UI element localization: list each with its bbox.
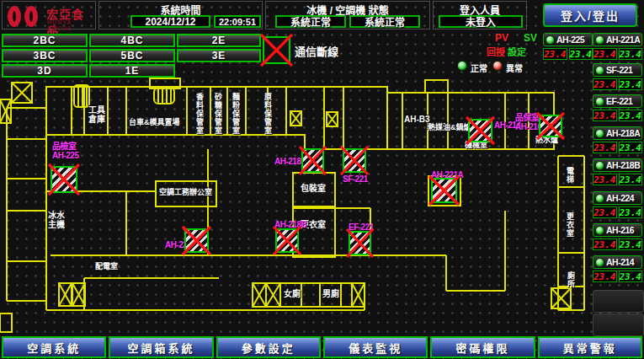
room-label-boiler: 熱媒油&鍋爐 xyxy=(428,124,471,131)
room-label-cart: 台車&模具置場 xyxy=(129,119,180,126)
unit-tag-sf221: SF-221 xyxy=(343,174,368,184)
floor-plan-walls xyxy=(0,0,644,359)
bottom-nav-bar: 空調系統 空調箱系統 參數設定 儀表監視 密碼權限 異常警報 xyxy=(0,335,644,359)
comm-loss-marker-ah214[interactable] xyxy=(468,119,492,142)
nav-button-ahu-system[interactable]: 空調箱系統 xyxy=(109,336,213,358)
nav-button-param-settings[interactable]: 參數設定 xyxy=(216,336,321,358)
nav-button-meter-monitor[interactable]: 儀表監視 xyxy=(323,336,428,358)
nav-button-password-auth[interactable]: 密碼權限 xyxy=(430,336,535,358)
comm-loss-marker-ah216[interactable] xyxy=(539,115,562,137)
room-label-chiller: 冰水 主機 xyxy=(48,212,65,229)
room-label-store3: 麵粉保管室 xyxy=(231,93,242,135)
room-label-store2: 砂糖保管室 xyxy=(213,93,224,135)
comm-loss-marker-sf221[interactable] xyxy=(343,148,366,173)
room-label-elevator: 電梯 xyxy=(565,167,576,184)
comm-loss-marker-ah225[interactable] xyxy=(51,166,77,193)
room-label-store4: 原料保管室 xyxy=(263,93,274,135)
room-label-locker2: 更衣室 xyxy=(565,212,576,238)
room-label-toilet: 廁所 xyxy=(566,271,577,288)
comm-loss-marker-ah224[interactable] xyxy=(184,228,209,253)
room-label-toilet-m: 男廁 xyxy=(322,290,339,299)
room-label-packing: 包裝室 xyxy=(301,185,326,194)
comm-loss-marker-ef221[interactable] xyxy=(349,231,371,255)
room-label-store1: 香料保管室 xyxy=(194,93,205,135)
comm-loss-marker-ah221a[interactable] xyxy=(431,178,457,203)
comm-loss-marker-ah218a[interactable] xyxy=(301,148,324,173)
unit-tag-ah225: 品檢室 AH-225 xyxy=(52,142,78,160)
room-label-toilet-w: 女廁 xyxy=(284,290,301,299)
room-label-ahb3: AH-B3 xyxy=(404,115,430,125)
room-label-office: 空調工務辦公室 xyxy=(159,189,212,196)
room-label-tool: 工具 倉庫 xyxy=(88,106,105,124)
nav-button-ac-system[interactable]: 空調系統 xyxy=(2,336,106,358)
comm-loss-marker-ah218b[interactable] xyxy=(275,228,299,253)
nav-button-alarm[interactable]: 異常警報 xyxy=(538,336,642,358)
room-label-power: 配電室 xyxy=(95,263,118,271)
